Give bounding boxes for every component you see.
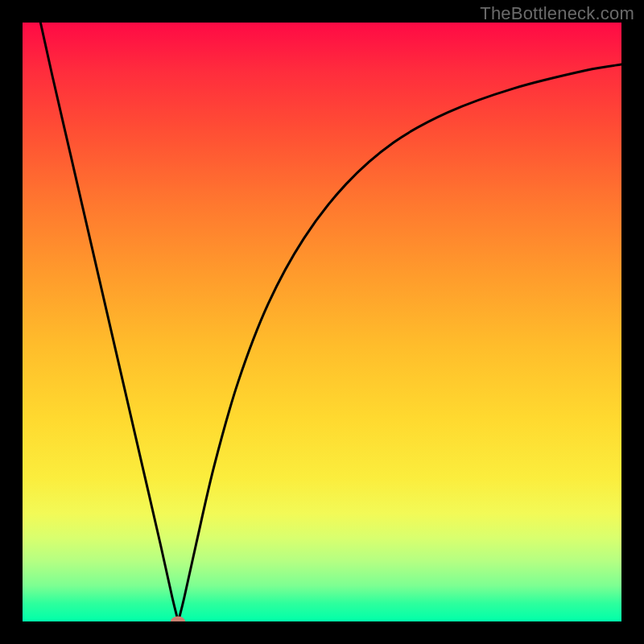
chart-frame: TheBottleneck.com	[0, 0, 644, 644]
optimum-marker	[171, 617, 185, 622]
curve-path	[40, 23, 621, 621]
watermark-text: TheBottleneck.com	[480, 3, 634, 24]
bottleneck-curve	[23, 23, 621, 621]
plot-area	[23, 23, 621, 621]
